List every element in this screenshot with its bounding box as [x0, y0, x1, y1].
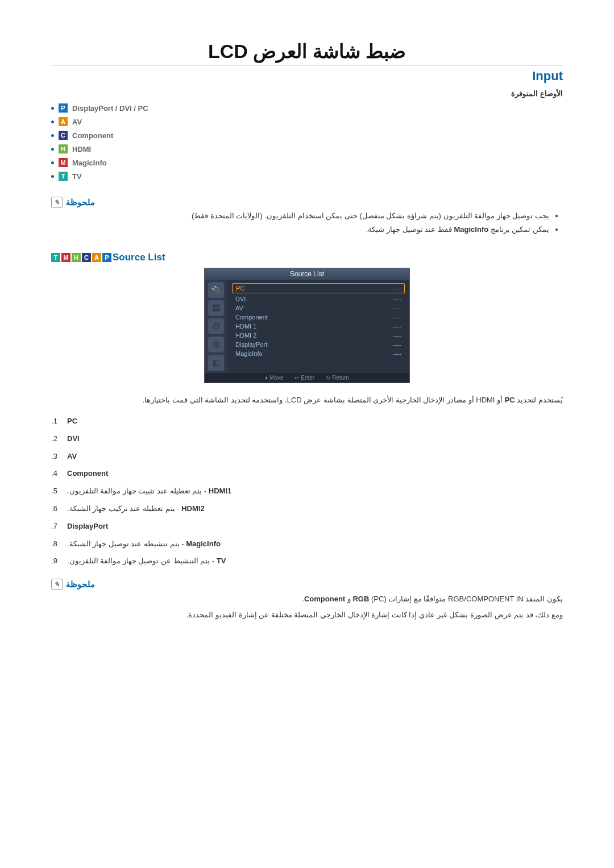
- text: يمكن تمكين برنامج: [488, 225, 549, 234]
- badge-a-icon: A: [59, 117, 68, 126]
- note-label: ملحوظة: [66, 197, 95, 207]
- note-item: يجب توصيل جهاز موالفة التلفزيون (يتم شرا…: [51, 210, 549, 222]
- list-item: 1.PC: [51, 416, 563, 427]
- list-item: 5.HDMI1 - يتم تعطيله عند تثبيت جهاز موال…: [51, 485, 563, 497]
- bullet-icon: [51, 148, 54, 151]
- osd-item: MagicInfo----: [232, 349, 405, 358]
- picture-icon: 🖼: [208, 300, 224, 316]
- osd-screenshot: Source List 🔌 🖼 ⏱ ⚙ ▥ PC---- DVI---- AV-…: [204, 268, 410, 383]
- list-item: 9.TV - يتم التنشيط عن توصيل جهاز موالفة …: [51, 555, 563, 567]
- text: يكون المنفذ RGB/COMPONENT IN متوافقًا مع…: [387, 595, 563, 603]
- badge-h-icon: H: [59, 144, 68, 153]
- text: فقط عند توصيل جهاز شبكة.: [366, 225, 454, 234]
- bullet-icon: [51, 134, 54, 137]
- badge-a-icon: A: [92, 253, 101, 262]
- mode-label: TV: [72, 172, 82, 181]
- note-heading: ✎ ملحوظة: [51, 579, 563, 590]
- badge-p-icon: P: [102, 253, 111, 262]
- list-item: M MagicInfo: [51, 158, 563, 167]
- osd-item: HDMI 2----: [232, 331, 405, 340]
- multi-icon: ▥: [208, 355, 224, 371]
- list-item: A AV: [51, 117, 563, 126]
- intro-paragraph: يُستخدم لتحديد PC أو HDMI أو مصادر الإدخ…: [51, 393, 563, 406]
- list-item: P DisplayPort / DVI / PC: [51, 103, 563, 113]
- note2-line2: ومع ذلك، قد يتم عرض الصورة بشكل غير عادي…: [51, 608, 563, 621]
- badge-c-icon: C: [82, 253, 91, 262]
- list-item: 4.Component: [51, 468, 563, 480]
- list-item: 6.HDMI2 - يتم تعطيله عند تركيب جهاز الشب…: [51, 503, 563, 515]
- list-item: 8.MagicInfo - يتم تنشيطه عند توصيل جهاز …: [51, 538, 563, 550]
- osd-footer: ♦ Move ↵ Enter ↻ Return: [205, 373, 409, 383]
- note-icon: ✎: [51, 197, 63, 208]
- note-icon: ✎: [51, 579, 63, 590]
- text: أو HDMI أو مصادر الإدخال الخارجية الأخرى…: [143, 396, 505, 404]
- badge-t-icon: T: [51, 253, 60, 262]
- badge-m-icon: M: [61, 253, 70, 262]
- osd-item-active: PC----: [233, 284, 404, 293]
- foot-enter: Enter: [301, 375, 314, 381]
- list-item: C Component: [51, 131, 563, 140]
- badge-t-icon: T: [59, 172, 68, 181]
- page-title: ضبط شاشة العرض LCD: [51, 40, 563, 63]
- list-item: 3.AV: [51, 451, 563, 463]
- foot-move: Move: [269, 375, 283, 381]
- badge-m-icon: M: [59, 158, 68, 167]
- osd-item: HDMI 1----: [232, 322, 405, 331]
- osd-header: Source List: [205, 268, 409, 280]
- mode-label: Component: [72, 131, 113, 140]
- text-bold: RGB: [352, 595, 369, 603]
- osd-sidebar: 🔌 🖼 ⏱ ⚙ ▥: [205, 280, 227, 373]
- text: يُستخدم لتحديد: [515, 396, 563, 404]
- text-bold: PC: [505, 396, 515, 404]
- section-input: Input: [51, 69, 563, 84]
- list-item: 2.DVI: [51, 433, 563, 445]
- foot-return: Return: [332, 375, 349, 381]
- osd-item: DisplayPort----: [232, 340, 405, 349]
- mode-label: DisplayPort / DVI / PC: [72, 104, 148, 113]
- source-list-heading-row: T M H C A P Source List: [51, 252, 563, 263]
- source-list-title: Source List: [113, 252, 165, 263]
- bullet-icon: [51, 175, 54, 178]
- osd-item: AV----: [232, 304, 405, 313]
- note-label: ملحوظة: [66, 579, 95, 589]
- input-icon: 🔌: [208, 282, 224, 298]
- text-bold: Component: [304, 595, 345, 603]
- mode-label: HDMI: [72, 145, 91, 153]
- badge-p-icon: P: [59, 103, 68, 113]
- bullet-icon: [51, 121, 54, 123]
- badge-h-icon: H: [72, 253, 81, 262]
- source-ordered-list: 1.PC 2.DVI 3.AV 4.Component 5.HDMI1 - يت…: [51, 416, 563, 567]
- list-item: 7.DisplayPort: [51, 521, 563, 533]
- divider: [51, 65, 563, 65]
- list-item: T TV: [51, 172, 563, 181]
- mode-label: MagicInfo: [72, 159, 107, 167]
- bullet-icon: [51, 107, 54, 110]
- mode-label: AV: [72, 118, 82, 126]
- note-box-1: ✎ ملحوظة يجب توصيل جهاز موالفة التلفزيون…: [51, 197, 563, 236]
- clock-icon: ⏱: [208, 318, 224, 334]
- osd-main: PC---- DVI---- AV---- Component---- HDMI…: [227, 280, 409, 373]
- list-item: H HDMI: [51, 144, 563, 153]
- osd-item: DVI----: [232, 294, 405, 304]
- note-heading: ✎ ملحوظة: [51, 197, 563, 208]
- mode-list: P DisplayPort / DVI / PC A AV C Componen…: [51, 103, 563, 181]
- osd-item: Component----: [232, 313, 405, 322]
- gear-icon: ⚙: [208, 337, 224, 352]
- available-modes-label: الأوضاع المتوفرة: [51, 89, 563, 98]
- text-bold: MagicInfo: [454, 225, 488, 234]
- note-box-2: ✎ ملحوظة يكون المنفذ RGB/COMPONENT IN مت…: [51, 579, 563, 621]
- badge-c-icon: C: [59, 131, 68, 140]
- note-item: يمكن تمكين برنامج MagicInfo فقط عند توصي…: [51, 224, 549, 236]
- bullet-icon: [51, 161, 54, 164]
